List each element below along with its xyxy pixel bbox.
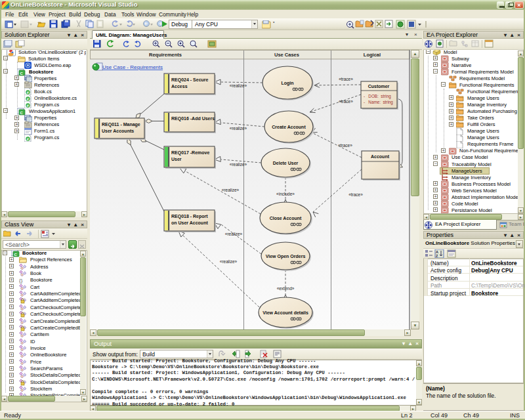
- svg-text:View Open Orders: View Open Orders: [266, 254, 306, 259]
- svg-text:Logical: Logical: [364, 52, 381, 58]
- svg-text:Login: Login: [281, 81, 293, 86]
- svg-text:«trace»: «trace»: [339, 77, 353, 81]
- svg-text:REQ016 -Add Users: REQ016 -Add Users: [171, 116, 215, 121]
- svg-text:Access: Access: [171, 84, 188, 89]
- svg-text:Account: Account: [371, 154, 390, 159]
- svg-text:- Name: string: - Name: string: [364, 100, 393, 105]
- svg-text:«realize»: «realize»: [230, 83, 247, 88]
- svg-text:REQ017 -Remove: REQ017 -Remove: [171, 150, 209, 156]
- svg-text:«realize»: «realize»: [230, 126, 247, 131]
- svg-text:View Account details: View Account details: [262, 310, 308, 315]
- svg-text:Delete User: Delete User: [273, 161, 299, 165]
- svg-text:Create Account: Create Account: [272, 125, 306, 129]
- svg-text:- DOB: string: - DOB: string: [364, 94, 391, 99]
- svg-text:REQ018 - Report: REQ018 - Report: [171, 214, 208, 219]
- svg-text:«include»: «include»: [276, 192, 295, 196]
- svg-text:Use Cases: Use Cases: [274, 52, 299, 58]
- svg-text:Use Case - Requirements: Use Case - Requirements: [102, 64, 163, 70]
- svg-text:User: User: [171, 157, 182, 161]
- svg-text:Requirements: Requirements: [149, 52, 182, 58]
- svg-text:«extend»: «extend»: [277, 286, 295, 291]
- svg-text:«realize»: «realize»: [225, 232, 243, 236]
- svg-text:REQ011 - Manage: REQ011 - Manage: [102, 122, 140, 127]
- svg-text:«realize»: «realize»: [230, 162, 247, 167]
- svg-text:«realize»: «realize»: [220, 259, 238, 264]
- svg-text:*: *: [273, 21, 275, 25]
- svg-text:Close Account: Close Account: [270, 216, 302, 220]
- svg-text:«realize»: «realize»: [222, 188, 240, 192]
- svg-text:«trace»: «trace»: [348, 192, 363, 197]
- svg-text:User Accounts: User Accounts: [102, 129, 134, 133]
- svg-text:on User Account: on User Account: [171, 220, 208, 225]
- svg-text:«trace»: «trace»: [338, 143, 352, 148]
- svg-text:REQ024 - Secure: REQ024 - Secure: [171, 77, 209, 83]
- svg-text:«trace»: «trace»: [339, 99, 353, 104]
- svg-text:Customer: Customer: [368, 84, 390, 89]
